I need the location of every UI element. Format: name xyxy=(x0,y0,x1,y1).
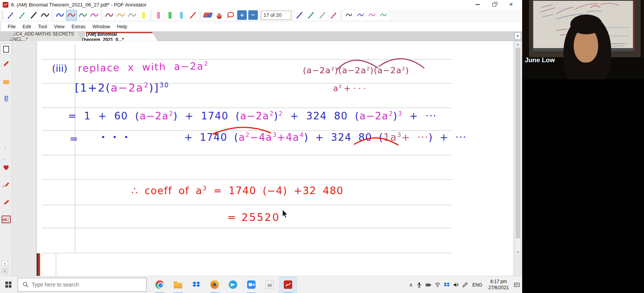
menu-window[interactable]: Window xyxy=(89,22,113,31)
firefox-icon xyxy=(210,280,219,289)
ruled-line xyxy=(42,130,451,131)
tab-binomial-theorem[interactable]: 6. (AM) Binomial Theorem_2021_0...* xyxy=(81,32,157,41)
taskbar-pdf-annotator-button[interactable] xyxy=(279,276,297,293)
sidebar-marker-tab[interactable] xyxy=(1,196,11,207)
lasso-icon[interactable] xyxy=(225,10,236,21)
highlighter-yellow-icon[interactable] xyxy=(138,10,149,21)
menu-extras[interactable]: Extras xyxy=(68,22,89,31)
messaging-icon xyxy=(229,280,237,289)
pen-black-icon[interactable] xyxy=(28,10,39,21)
clock[interactable]: 6:17 pm 27/6/2021 xyxy=(487,279,510,291)
menu-bar: File Edit Tool View Extras Window Help xyxy=(0,21,522,31)
pen-wave-darkred-icon[interactable] xyxy=(104,10,115,21)
tray-microphone[interactable] xyxy=(416,282,422,288)
participant-name: June Low xyxy=(525,56,555,64)
annotation-a-cubed: a3 + · · · xyxy=(333,84,366,93)
tray-notifications[interactable] xyxy=(514,282,520,288)
tab-sec4-add-maths[interactable]: SEC4_ADD MATHS SECRETS ENCL...* xyxy=(10,32,83,41)
pen-wave-orange-icon[interactable] xyxy=(115,10,126,21)
wave-small-green-icon[interactable] xyxy=(378,10,388,21)
left-sidebar: ⁞ ⋯ ab⌶ ▲ ▼ xyxy=(0,41,12,276)
taskbar-file-explorer-button[interactable] xyxy=(169,276,187,293)
menu-view[interactable]: View xyxy=(50,22,68,31)
sidebar-pages-tab[interactable] xyxy=(1,44,11,55)
zoom-out-button[interactable]: − xyxy=(248,10,258,20)
sidebar-textbox-tab[interactable]: ab⌶ xyxy=(2,216,11,223)
search-placeholder: Type here to search xyxy=(32,282,79,288)
taskbar-messaging-button[interactable] xyxy=(224,276,242,293)
splitter-handle-2[interactable]: ⋯ xyxy=(2,157,6,162)
pen-wave-black-icon[interactable] xyxy=(40,10,50,21)
sidebar-scroll-down[interactable]: ▼ xyxy=(2,268,8,274)
tray-battery[interactable] xyxy=(426,282,431,288)
windows-logo-icon xyxy=(5,282,11,288)
wave-small-black-icon[interactable] xyxy=(343,10,354,21)
pen-wave-red-icon[interactable] xyxy=(66,10,77,21)
taskbar-dropbox-button[interactable] xyxy=(187,276,205,293)
line-grey-icon[interactable] xyxy=(317,10,328,21)
vertical-scrollbar[interactable]: ▲ ▼ xyxy=(515,41,521,256)
eraser-icon[interactable] xyxy=(202,10,213,21)
pen-wave-blue-icon[interactable] xyxy=(55,10,65,21)
sidebar-documents-tab[interactable] xyxy=(1,77,11,87)
pen-line-red-icon[interactable] xyxy=(188,10,198,21)
splitter-handle[interactable]: ⁞ xyxy=(5,147,6,148)
pdf-page[interactable]: (iii) replace x with a−2a2 [1+2(a−2a2)]3… xyxy=(37,41,513,276)
pen-wave-green-icon[interactable] xyxy=(78,10,88,21)
ruled-line xyxy=(42,228,451,228)
toolbar-grip[interactable] xyxy=(2,11,4,19)
maximize-button[interactable] xyxy=(486,0,503,9)
margin-line xyxy=(75,44,75,253)
taskbar-zoom-button[interactable] xyxy=(242,276,261,293)
wave-small-blue-icon[interactable] xyxy=(355,10,366,21)
scrollbar-thumb[interactable] xyxy=(516,48,520,238)
pen-wave-magenta-icon[interactable] xyxy=(89,10,100,21)
taskbar-chrome-button[interactable] xyxy=(150,276,169,293)
pen-wave-grey-icon[interactable] xyxy=(127,10,138,21)
tray-speaker[interactable] xyxy=(453,282,459,288)
sidebar-scroll-up[interactable]: ▲ xyxy=(2,261,8,266)
wave-small-magenta-icon[interactable] xyxy=(366,10,377,21)
tray-pen[interactable] xyxy=(462,282,468,288)
minimize-button[interactable] xyxy=(469,0,486,9)
zoom-in-button[interactable]: + xyxy=(237,10,247,20)
red-pen-icon xyxy=(2,60,10,68)
date: 27/6/2021 xyxy=(489,285,509,291)
paperclip-icon xyxy=(2,95,10,103)
speaker-icon xyxy=(453,282,459,288)
start-button[interactable] xyxy=(0,276,17,293)
tray-dropbox[interactable] xyxy=(444,282,450,288)
taskbar-search[interactable]: Type here to search xyxy=(18,278,147,292)
pen-icon xyxy=(462,282,468,288)
tray-wifi[interactable] xyxy=(435,282,440,288)
sidebar-annotations-tab[interactable] xyxy=(1,58,11,69)
line-green-icon[interactable] xyxy=(306,10,316,21)
menu-help[interactable]: Help xyxy=(113,22,131,31)
taskbar-w-app-button[interactable]: w xyxy=(261,276,279,293)
sidebar-pen-tab[interactable] xyxy=(1,179,11,190)
close-button[interactable]: × xyxy=(503,0,519,9)
menu-edit[interactable]: Edit xyxy=(19,22,34,31)
sidebar-attachments-tab[interactable] xyxy=(1,93,11,104)
pdf-annotator-icon xyxy=(284,280,292,289)
pen-dashed-green-icon[interactable] xyxy=(17,10,28,21)
line-red-dashed-icon[interactable] xyxy=(328,10,339,21)
page-indicator-input[interactable] xyxy=(261,11,291,20)
menu-file[interactable]: File xyxy=(4,22,19,31)
language-indicator[interactable]: ENG xyxy=(471,282,484,288)
scroll-up-button[interactable]: ▲ xyxy=(515,42,521,47)
hand-tool-icon[interactable] xyxy=(214,10,225,21)
pen-dashed-blue-icon[interactable] xyxy=(5,10,16,21)
taskbar-firefox-button[interactable] xyxy=(205,276,224,293)
highlighter-green-icon[interactable] xyxy=(165,10,175,21)
webcam-video[interactable]: June Low xyxy=(522,0,644,79)
highlighter-pink-icon[interactable] xyxy=(153,10,164,21)
menu-tool[interactable]: Tool xyxy=(34,22,50,31)
sidebar-favorites-tab[interactable] xyxy=(1,162,11,173)
system-tray: ∧ ENG 6:17 pm 27/6/2021 xyxy=(409,276,520,293)
highlighter-blue-icon[interactable] xyxy=(176,10,187,21)
line-blue-icon[interactable] xyxy=(294,10,305,21)
tray-chevron-up[interactable]: ∧ xyxy=(409,282,413,288)
scroll-down-button[interactable]: ▼ xyxy=(515,250,521,255)
tab-list-dropdown[interactable]: ▼ xyxy=(515,32,521,40)
